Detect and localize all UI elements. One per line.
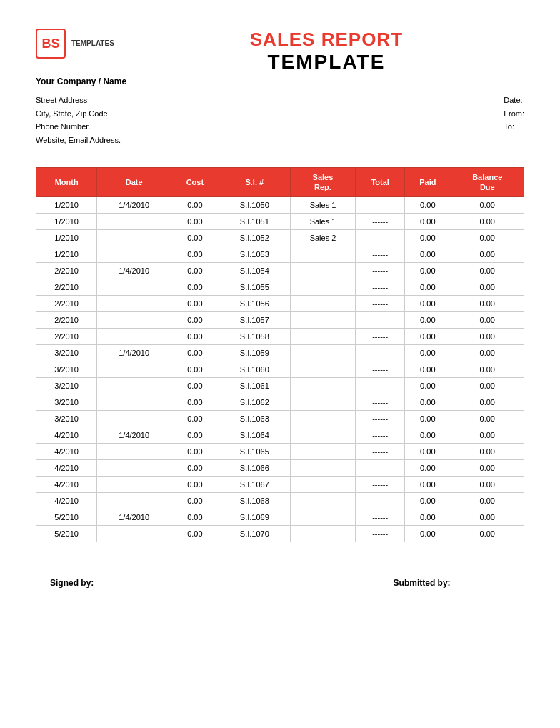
table-cell: 0.00 [451,394,524,411]
table-cell: S.I.1051 [219,214,290,230]
table-cell: 0.00 [451,509,524,526]
table-cell [290,394,355,411]
table-cell: 3/2010 [36,378,97,394]
col-sales-rep: SalesRep. [290,167,355,197]
table-cell [290,312,355,329]
table-row: 3/20100.00S.I.1062------0.000.00 [36,394,524,411]
table-cell: 1/4/2010 [97,197,171,214]
table-cell: ------ [356,477,405,493]
table-cell: ------ [356,411,405,427]
table-cell: ------ [356,493,405,509]
col-cost: Cost [171,167,219,197]
table-row: 3/20100.00S.I.1061------0.000.00 [36,378,524,394]
table-cell: ------ [356,378,405,394]
table-cell: 0.00 [451,526,524,542]
table-cell: S.I.1061 [219,378,290,394]
table-cell [97,214,171,230]
table-cell: 0.00 [451,460,524,477]
table-cell: 0.00 [171,378,219,394]
table-cell: ------ [356,460,405,477]
table-cell: S.I.1063 [219,411,290,427]
table-cell: 2/2010 [36,296,97,312]
footer: Signed by: ________________ Submitted by… [36,578,524,588]
table-cell: 0.00 [405,296,451,312]
submitted-by: Submitted by: ____________ [394,578,510,588]
table-cell: 0.00 [405,361,451,378]
table-cell [97,526,171,542]
table-cell: 0.00 [171,345,219,361]
table-row: 3/20101/4/20100.00S.I.1059------0.000.00 [36,345,524,361]
table-cell: 0.00 [405,493,451,509]
table-cell: 0.00 [405,329,451,345]
col-month: Month [36,167,97,197]
table-cell: 4/2010 [36,477,97,493]
table-cell [97,279,171,296]
table-cell [290,361,355,378]
address-right: Date: From: To: [504,94,524,147]
table-cell: 0.00 [405,509,451,526]
table-cell [97,312,171,329]
table-cell: ------ [356,394,405,411]
table-cell: ------ [356,230,405,246]
table-cell: S.I.1053 [219,246,290,263]
table-cell: 0.00 [171,444,219,460]
table-row: 5/20101/4/20100.00S.I.1069------0.000.00 [36,509,524,526]
table-cell: ------ [356,312,405,329]
table-cell: ------ [356,279,405,296]
table-cell [97,246,171,263]
table-cell: 0.00 [171,296,219,312]
table-cell: S.I.1070 [219,526,290,542]
table-cell: 0.00 [451,427,524,444]
sales-table: Month Date Cost S.I. # SalesRep. Total P… [36,167,524,543]
table-cell [97,230,171,246]
table-cell: 0.00 [451,230,524,246]
table-cell: 0.00 [171,279,219,296]
table-cell: 0.00 [405,427,451,444]
table-cell: 0.00 [405,394,451,411]
table-cell: 2/2010 [36,329,97,345]
table-row: 1/20101/4/20100.00S.I.1050Sales 1------0… [36,197,524,214]
col-balance-due: BalanceDue [451,167,524,197]
table-cell: 3/2010 [36,411,97,427]
table-cell [97,394,171,411]
table-cell: 0.00 [405,246,451,263]
table-cell: 0.00 [405,378,451,394]
table-cell: 0.00 [451,279,524,296]
table-row: 4/20100.00S.I.1065------0.000.00 [36,444,524,460]
table-cell: 0.00 [171,197,219,214]
table-cell: 0.00 [451,411,524,427]
table-cell: 0.00 [171,526,219,542]
phone-number: Phone Number. [36,120,121,134]
table-cell: S.I.1050 [219,197,290,214]
table-cell [290,509,355,526]
company-name: Your Company / Name [36,76,524,86]
table-cell [97,329,171,345]
table-row: 5/20100.00S.I.1070------0.000.00 [36,526,524,542]
table-cell: 1/2010 [36,230,97,246]
table-cell: Sales 2 [290,230,355,246]
table-cell: ------ [356,444,405,460]
from-label: From: [504,107,524,121]
to-label: To: [504,120,524,134]
table-row: 4/20100.00S.I.1068------0.000.00 [36,493,524,509]
table-cell [290,296,355,312]
table-cell [97,296,171,312]
table-cell: 5/2010 [36,526,97,542]
table-cell: 0.00 [451,444,524,460]
table-cell: S.I.1066 [219,460,290,477]
table-row: 4/20100.00S.I.1066------0.000.00 [36,460,524,477]
table-cell: 0.00 [171,246,219,263]
table-cell: ------ [356,345,405,361]
table-cell [97,361,171,378]
table-cell: S.I.1067 [219,477,290,493]
table-cell [290,329,355,345]
logo-area: BS TEMPLATES [36,29,114,59]
table-cell [290,493,355,509]
table-cell: 0.00 [451,214,524,230]
table-cell: 0.00 [171,312,219,329]
table-cell [290,411,355,427]
table-cell [97,493,171,509]
table-cell: 1/2010 [36,214,97,230]
table-cell: 0.00 [451,263,524,279]
table-cell: 0.00 [405,345,451,361]
